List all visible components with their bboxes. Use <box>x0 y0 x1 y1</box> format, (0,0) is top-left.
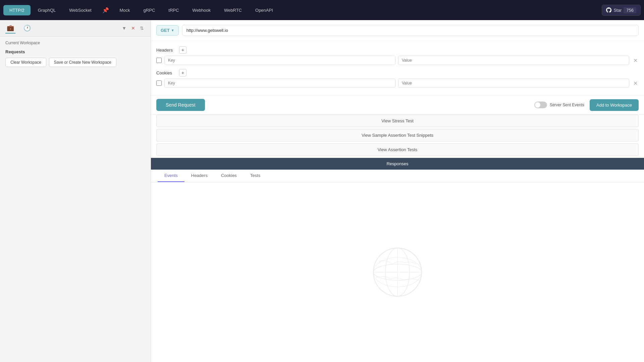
request-bar: GET ▼ <box>151 20 644 41</box>
header-delete-btn-1[interactable]: ✕ <box>632 57 639 64</box>
tab-cookies[interactable]: Cookies <box>214 170 244 182</box>
tab-http2[interactable]: HTTP/2 <box>3 5 31 15</box>
add-to-workspace-button[interactable]: Add to Workspace <box>590 99 639 111</box>
cookie-value-input-1[interactable] <box>398 78 629 88</box>
cookies-section: Cookies + ✕ <box>156 69 639 88</box>
url-input[interactable] <box>182 25 639 36</box>
header-key-input-1[interactable] <box>164 56 395 65</box>
header-checkbox-1[interactable] <box>156 58 162 63</box>
header-row-1: ✕ <box>156 56 639 65</box>
sidebar-content: Current Workspace Requests Clear Workspa… <box>0 37 151 71</box>
tab-graphql[interactable]: GraphQL <box>32 5 62 15</box>
cookie-row-1: ✕ <box>156 78 639 88</box>
sse-toggle[interactable] <box>534 102 547 108</box>
workspace-label: Current Workspace <box>5 41 40 45</box>
save-workspace-button[interactable]: Save or Create New Workspace <box>49 58 116 67</box>
cookie-checkbox-1[interactable] <box>156 80 162 86</box>
method-chevron-icon: ▼ <box>171 28 174 32</box>
method-selector[interactable]: GET ▼ <box>156 25 179 36</box>
tab-webhook[interactable]: Webhook <box>186 5 217 15</box>
response-tabs: Events Headers Cookies Tests <box>151 170 644 182</box>
responses-area: Responses Events Headers Cookies Tests <box>151 158 644 362</box>
add-cookie-btn[interactable]: + <box>179 69 186 76</box>
empty-state-globe-icon <box>371 245 424 299</box>
workspace-buttons: Clear Workspace Save or Create New Works… <box>5 58 145 67</box>
github-star-button[interactable]: Star 756 <box>602 5 641 16</box>
tab-trpc[interactable]: tRPC <box>162 5 185 15</box>
tab-openapi[interactable]: OpenAPI <box>249 5 279 15</box>
sidebar-tabs: 💼 🕐 ▼ ✕ ⇅ <box>0 20 151 37</box>
history-icon[interactable]: 🕐 <box>22 23 32 33</box>
headers-section: Headers + ✕ <box>156 46 639 65</box>
sidebar: 💼 🕐 ▼ ✕ ⇅ Current Workspace Requests Cle… <box>0 20 151 362</box>
tab-mock[interactable]: Mock <box>114 5 136 15</box>
stress-test-btn[interactable]: View Stress Test <box>156 115 639 127</box>
responses-header: Responses <box>151 158 644 170</box>
send-request-button[interactable]: Send Request <box>156 99 205 111</box>
method-label: GET <box>161 28 170 33</box>
collapsible-section: View Stress Test View Sample Assertion T… <box>151 115 644 158</box>
actions-row: Send Request Server Sent Events Add to W… <box>151 96 644 115</box>
workspace-export-btn[interactable]: ⇅ <box>139 25 145 32</box>
requests-section: Requests Clear Workspace Save or Create … <box>5 49 145 67</box>
tab-headers[interactable]: Headers <box>184 170 214 182</box>
workspace-dropdown-btn[interactable]: ▼ <box>120 25 128 32</box>
requests-heading: Requests <box>5 49 145 54</box>
assertion-snippets-btn[interactable]: View Sample Assertion Test Snippets <box>156 129 639 141</box>
briefcase-icon[interactable]: 💼 <box>5 23 15 34</box>
sse-label: Server Sent Events <box>550 103 584 107</box>
headers-label-row: Headers + <box>156 46 639 54</box>
cookies-label-row: Cookies + <box>156 69 639 76</box>
tab-events[interactable]: Events <box>158 170 184 182</box>
tab-websocket[interactable]: WebSocket <box>63 5 97 15</box>
github-star-count: 756 <box>624 7 636 13</box>
pin-icon[interactable]: 📌 <box>99 4 112 16</box>
add-header-btn[interactable]: + <box>179 46 186 54</box>
tab-tests[interactable]: Tests <box>244 170 267 182</box>
request-config: Headers + ✕ Cookies + <box>151 41 644 96</box>
cookies-label: Cookies <box>156 70 176 75</box>
header-value-input-1[interactable] <box>398 56 629 65</box>
cookie-delete-btn-1[interactable]: ✕ <box>632 80 639 86</box>
github-star-label: Star <box>613 8 622 13</box>
workspace-close-btn[interactable]: ✕ <box>130 25 137 32</box>
assertion-tests-btn[interactable]: View Assertion Tests <box>156 143 639 156</box>
tab-webrtc[interactable]: WebRTC <box>218 5 248 15</box>
top-bar: HTTP/2 GraphQL WebSocket 📌 Mock gRPC tRP… <box>0 0 644 20</box>
cookie-key-input-1[interactable] <box>164 78 395 88</box>
sse-toggle-area: Server Sent Events <box>534 102 584 108</box>
response-body <box>151 182 644 362</box>
content-area: GET ▼ Headers + ✕ <box>151 20 644 362</box>
main-layout: 💼 🕐 ▼ ✕ ⇅ Current Workspace Requests Cle… <box>0 20 644 362</box>
headers-label: Headers <box>156 48 176 53</box>
clear-workspace-button[interactable]: Clear Workspace <box>5 58 46 67</box>
github-icon <box>606 7 611 13</box>
workspace-header: Current Workspace <box>5 41 145 45</box>
tab-grpc[interactable]: gRPC <box>138 5 161 15</box>
